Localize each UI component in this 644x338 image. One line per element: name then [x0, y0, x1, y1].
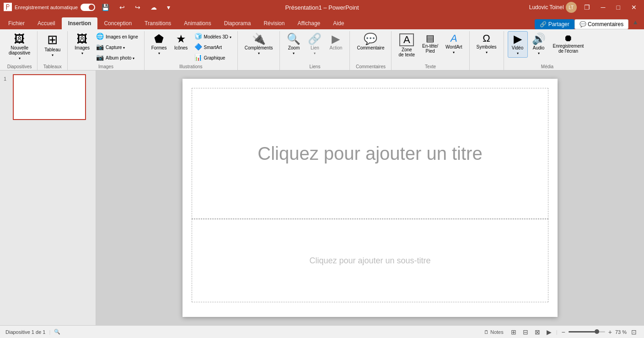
- customize-qat-button[interactable]: ▾: [163, 0, 174, 15]
- formes-icon: ⬟: [154, 33, 164, 44]
- group-diapositives-label: Diapositives: [5, 63, 33, 69]
- autosave-toggle[interactable]: [80, 4, 95, 11]
- zoom-in-button[interactable]: +: [607, 328, 613, 336]
- album-photo-button[interactable]: 📷Album photo ▾: [94, 52, 140, 62]
- video-button[interactable]: ▶ Vidéo ▾: [508, 31, 528, 58]
- titlebar-left: 🅿 Enregistrement automatique 💾 ↩ ↪ ☁ ▾: [4, 0, 216, 15]
- slide-sorter-button[interactable]: ⊟: [521, 327, 530, 337]
- reading-view-button[interactable]: ⊠: [533, 327, 542, 337]
- action-button[interactable]: ▶ Action: [326, 31, 346, 53]
- status-sep-2: |: [556, 329, 558, 335]
- lien-button[interactable]: 🔗 Lien ▾: [305, 31, 325, 58]
- group-liens-label: Liens: [284, 63, 346, 69]
- save-button[interactable]: 💾: [98, 0, 113, 15]
- group-illustrations-label: Illustrations: [148, 63, 234, 69]
- group-liens: 🔍 Zoom ▾ 🔗 Lien ▾ ▶ Action Liens: [280, 31, 350, 70]
- group-commentaires: 💬 Commentaire Commentaires: [350, 31, 392, 70]
- zoom-slider-thumb: [595, 329, 599, 334]
- minimize-button[interactable]: ─: [597, 0, 609, 15]
- images-icon: 🖼: [77, 33, 88, 44]
- wordart-icon: A: [451, 33, 457, 44]
- slide-title-placeholder[interactable]: Cliquez pour ajouter un titre: [192, 88, 548, 219]
- group-commentaires-label: Commentaires: [354, 63, 387, 69]
- share-button[interactable]: 🔗 Partager: [535, 19, 574, 29]
- group-texte: A Zonede texte ▤ En-tête/Pied A WordArt …: [392, 31, 469, 70]
- maximize-button[interactable]: □: [613, 0, 624, 15]
- modeles3d-button[interactable]: 🧊Modèles 3D ▾: [192, 31, 234, 41]
- slideshow-button[interactable]: ▶: [545, 327, 553, 337]
- tab-fichier[interactable]: Fichier: [2, 17, 31, 29]
- zoom-slider-fill: [569, 331, 595, 333]
- group-media-label: Média: [508, 63, 587, 69]
- powerpoint-logo-icon: 🅿: [4, 3, 12, 12]
- capture-button[interactable]: 📷Capture ▾: [94, 42, 140, 52]
- graphique-button[interactable]: 📊Graphique: [192, 52, 234, 62]
- notes-label: Notes: [490, 329, 504, 335]
- complements-icon: 🔌: [252, 33, 266, 44]
- enregistrement-button[interactable]: ⏺ Enregistrementde l'écran: [550, 31, 587, 56]
- action-icon: ▶: [332, 33, 340, 44]
- slide-title-text: Cliquez pour ajouter un titre: [258, 143, 482, 164]
- wordart-button[interactable]: A WordArt ▾: [442, 31, 466, 57]
- close-button[interactable]: ✕: [628, 0, 640, 15]
- tab-transitions[interactable]: Transitions: [138, 17, 177, 29]
- audio-button[interactable]: 🔊 Audio ▾: [529, 31, 549, 58]
- undo-button[interactable]: ↩: [116, 0, 129, 15]
- statusbar: Diapositive 1 de 1 | 🔍 🗒 Notes ⊞ ⊟ ⊠ ▶ |…: [0, 325, 644, 338]
- fit-slide-button[interactable]: ⊡: [629, 327, 639, 337]
- zoom-button[interactable]: 🔍 Zoom ▾: [284, 31, 304, 58]
- avatar[interactable]: LT: [566, 2, 577, 13]
- ribbon-tabs: Fichier Accueil Insertion Conception Tra…: [0, 15, 644, 29]
- tab-insertion[interactable]: Insertion: [62, 17, 98, 29]
- normal-view-button[interactable]: ⊞: [509, 327, 518, 337]
- statusbar-left: Diapositive 1 de 1 | 🔍: [5, 329, 481, 335]
- comments-button[interactable]: 💬 Commentaires: [574, 19, 628, 29]
- tab-diaporama[interactable]: Diaporama: [218, 17, 258, 29]
- audio-icon: 🔊: [532, 33, 546, 44]
- zone-texte-icon: A: [399, 33, 414, 46]
- tab-affichage[interactable]: Affichage: [291, 17, 327, 29]
- commentaire-button[interactable]: 💬 Commentaire: [354, 31, 387, 53]
- complements-button[interactable]: 🔌 Compléments ▾: [242, 31, 276, 58]
- nouvelle-diapositive-button[interactable]: 🖼 Nouvellediapositive ▾: [5, 31, 33, 63]
- images-sub-buttons: 🌐Images en ligne 📷Capture ▾ 📷Album photo…: [94, 31, 140, 62]
- zoom-slider[interactable]: [569, 331, 605, 333]
- nouvelle-diapositive-icon: 🖼: [14, 33, 25, 44]
- icones-icon: ★: [176, 33, 186, 44]
- tab-revision[interactable]: Révision: [257, 17, 291, 29]
- slide-subtitle-placeholder[interactable]: Cliquez pour ajouter un sous-titre: [192, 219, 548, 302]
- smartart-button[interactable]: 🔷SmartArt: [192, 42, 234, 52]
- tab-conception[interactable]: Conception: [97, 17, 138, 29]
- entete-pied-button[interactable]: ▤ En-tête/Pied: [419, 31, 441, 56]
- formes-button[interactable]: ⬟ Formes ▾: [148, 31, 170, 58]
- zoom-out-button[interactable]: −: [560, 328, 567, 336]
- enregistrement-icon: ⏺: [564, 33, 573, 43]
- tab-animations[interactable]: Animations: [177, 17, 217, 29]
- entete-pied-icon: ▤: [426, 33, 435, 43]
- save-to-cloud-button[interactable]: ☁: [147, 0, 161, 15]
- lien-icon: 🔗: [308, 33, 322, 44]
- titlebar-right: Ludovic Toinel LT ❐ ─ □ ✕: [428, 0, 640, 15]
- images-en-ligne-button[interactable]: 🌐Images en ligne: [94, 31, 140, 41]
- symboles-button[interactable]: Ω Symboles ▾: [473, 31, 500, 57]
- group-tableaux-label: Tableaux: [41, 63, 64, 69]
- ribbon-collapse-button[interactable]: ▲: [628, 15, 642, 29]
- tableau-button[interactable]: ⊞ Tableau ▾: [41, 31, 64, 60]
- restore-button[interactable]: ❐: [580, 0, 594, 15]
- user-area: Ludovic Toinel LT: [529, 2, 577, 13]
- zone-de-texte-button[interactable]: A Zonede texte: [395, 31, 418, 60]
- slide-thumbnail-1[interactable]: [13, 74, 86, 120]
- icones-button[interactable]: ★ Icônes: [171, 31, 191, 53]
- group-media: ▶ Vidéo ▾ 🔊 Audio ▾ ⏺ Enregistrementde l…: [504, 31, 591, 70]
- slide-number-1: 1: [4, 76, 10, 82]
- slide-canvas: Cliquez pour ajouter un titre Cliquez po…: [182, 79, 558, 317]
- tab-aide[interactable]: Aide: [327, 17, 350, 29]
- tab-accueil[interactable]: Accueil: [31, 17, 62, 29]
- zoom-control: − + 73 %: [560, 328, 627, 336]
- images-button[interactable]: 🖼 Images ▾: [71, 31, 93, 58]
- notes-button[interactable]: 🗒 Notes: [481, 328, 506, 336]
- redo-button[interactable]: ↪: [131, 0, 144, 15]
- group-illustrations: ⬟ Formes ▾ ★ Icônes 🧊Modèles 3D ▾ 🔷Smart…: [145, 31, 238, 70]
- group-symboles-label: [473, 68, 500, 69]
- statusbar-right: 🗒 Notes ⊞ ⊟ ⊠ ▶ | − + 73 % ⊡: [481, 327, 639, 337]
